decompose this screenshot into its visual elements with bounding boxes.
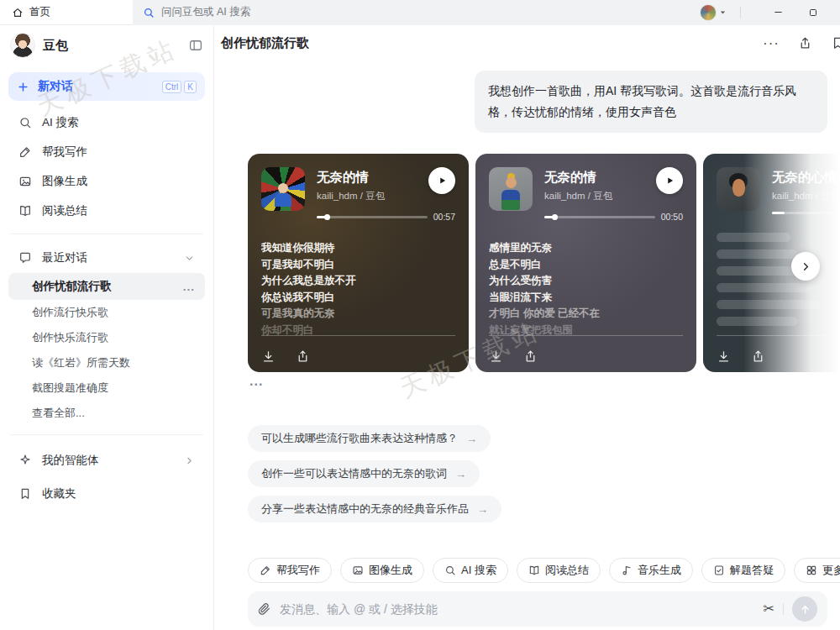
music-note-icon [621,564,633,576]
minimize-icon [773,7,784,18]
item-more-button[interactable]: ... [183,281,195,293]
arrow-right-icon: → [455,468,466,480]
share-icon [798,36,812,50]
recent-item-active[interactable]: 创作忧郁流行歌 ... [8,273,205,300]
suggestion-chip[interactable]: 可以生成哪些流行歌曲来表达这种情感？ → [248,425,491,452]
send-button[interactable] [792,596,817,622]
paperclip-icon [258,602,271,616]
pen-icon [18,145,32,159]
sidebar-collapse-button[interactable] [188,38,203,53]
shortcut-badge: Ctrl K [162,81,197,93]
progress-bar[interactable] [772,212,840,214]
divider [783,603,784,615]
book-icon [18,204,32,218]
progress-bar[interactable] [317,216,428,218]
main-content: 创作忧郁流行歌 ··· 我想创作一首歌曲，用AI 帮我写歌词。这首歌是流行音乐风… [214,25,840,630]
bookmark-icon [831,36,840,50]
recent-item[interactable]: 读《红岩》所需天数 [8,350,205,375]
skill-more[interactable]: 更多 [794,558,840,583]
grid-icon [806,564,817,576]
maximize-icon [808,8,818,18]
carousel-next-button[interactable] [791,252,820,281]
app-name: 豆包 [43,38,68,54]
lyrics-loading-skeleton [717,233,840,326]
sidebar-item-my-agents[interactable]: 我的智能体 [8,444,205,477]
divider [10,434,203,435]
app-avatar[interactable] [10,33,35,58]
share-button[interactable] [751,349,765,364]
panel-toggle-icon [188,38,203,53]
album-art [489,167,533,211]
account-menu[interactable] [700,4,727,21]
download-icon [717,349,731,364]
share-button[interactable] [296,349,310,364]
conversation-more-button[interactable]: ··· [763,36,780,50]
song-title: 无奈的心情 [772,169,840,186]
music-card[interactable]: 无奈的情 kaili_hdm / 豆包 00:50 感情里的无奈 总是不明白 为… [475,154,696,372]
recent-item[interactable]: 截图搜题准确度 [8,375,205,401]
bookmark-icon [18,487,32,501]
recent-item[interactable]: 创作流行快乐歌 [8,300,205,325]
ai-search-icon [18,116,32,129]
download-button[interactable] [717,349,731,364]
skill-ai-search[interactable]: AI 搜索 [433,558,508,583]
collect-button[interactable] [831,36,840,50]
suggestion-chip[interactable]: 创作一些可以表达情感中的无奈的歌词 → [248,460,480,487]
arrow-up-icon [799,603,811,616]
download-icon [489,349,503,364]
home-label: 首页 [29,5,50,19]
recent-item[interactable]: 创作快乐流行歌 [8,325,205,350]
home-tab[interactable]: 首页 [0,5,133,19]
sidebar-item-favorites[interactable]: 收藏夹 [8,477,205,511]
topbar-search[interactable]: 问问豆包或 AI 搜索 [133,5,700,19]
sidebar-item-image-gen[interactable]: 图像生成 [8,166,205,196]
share-button[interactable] [798,36,812,50]
chevron-right-icon [800,260,812,273]
lyrics: 感情里的无奈 总是不明白 为什么受伤害 当眼泪流下来 才明白 你的爱 已经不在 … [489,240,683,339]
divider [717,335,840,336]
attach-button[interactable] [258,602,271,616]
play-icon [436,175,448,186]
song-duration: 00:50 [661,212,683,222]
skill-image-gen[interactable]: 图像生成 [340,558,424,583]
window-titlebar: 首页 问问豆包或 AI 搜索 [0,0,840,25]
sparkle-icon [18,454,32,467]
skill-write[interactable]: 帮我写作 [248,558,332,583]
divider [489,335,683,336]
message-input[interactable] [280,602,755,616]
play-icon [664,175,675,186]
new-chat-button[interactable]: 新对话 Ctrl K [8,72,205,101]
music-card[interactable]: 无奈的情 kaili_hdm / 豆包 00:57 我知道你很期待 可是我却不明… [248,154,469,372]
maximize-button[interactable] [801,3,825,22]
skill-music-gen[interactable]: 音乐生成 [609,558,693,583]
progress-bar[interactable] [544,216,655,218]
message-input-bar: ✂ [248,591,827,627]
play-button[interactable] [656,167,683,194]
share-button[interactable] [523,349,538,364]
arrow-right-icon: → [477,503,488,516]
pen-icon [260,564,271,576]
download-button[interactable] [261,349,276,364]
skill-read-summary[interactable]: 阅读总结 [517,558,601,583]
sidebar-item-write[interactable]: 帮我写作 [8,137,205,166]
book-icon [528,564,540,576]
skill-bar: 帮我写作 图像生成 AI 搜索 阅读总结 音乐生成 解题答疑 更多 [248,558,840,583]
chat-bubble-icon [18,251,32,265]
album-art [717,167,760,211]
view-all-link[interactable]: 查看全部... [8,401,205,426]
sidebar: 豆包 新对话 Ctrl K AI 搜索 帮我写作 图像生成 阅读总结 [0,25,214,630]
lyrics: 我知道你很期待 可是我却不明白 为什么我总是放不开 你总说我不明白 可是我真的无… [261,240,455,339]
skill-solve-questions[interactable]: 解题答疑 [701,558,785,583]
share-icon [296,349,310,364]
share-icon [751,349,765,364]
sidebar-item-ai-search[interactable]: AI 搜索 [8,108,205,137]
recent-conversations-header[interactable]: 最近对话 [8,243,205,273]
suggestion-chip[interactable]: 分享一些表达情感中的无奈的经典音乐作品 → [248,496,501,522]
download-button[interactable] [489,349,503,364]
minimize-button[interactable] [766,3,790,22]
sidebar-item-read-summary[interactable]: 阅读总结 [8,196,205,225]
search-icon [143,7,155,18]
play-button[interactable] [428,167,455,194]
screenshot-button[interactable]: ✂ [764,602,774,616]
caret-down-icon [719,8,727,16]
